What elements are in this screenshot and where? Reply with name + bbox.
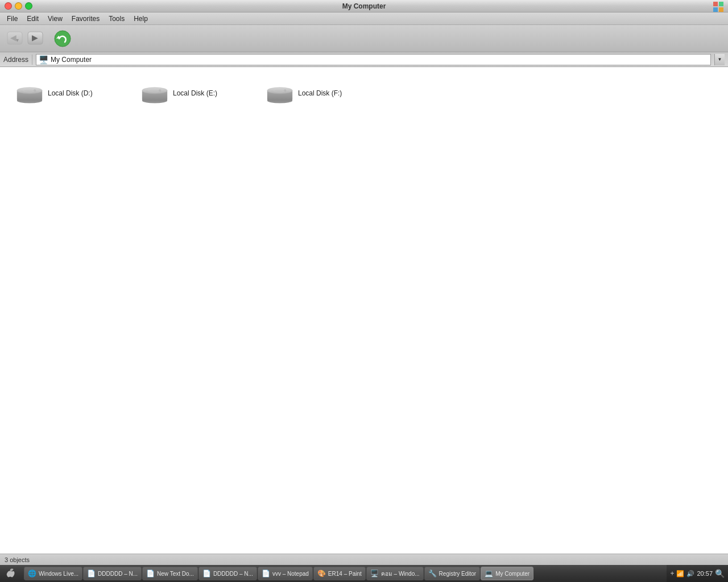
taskbar-label-registry-editor: Registry Editor [439,571,477,577]
svg-point-25 [284,90,286,92]
svg-rect-1 [719,2,723,6]
network-icon: 📶 [676,570,684,577]
taskbar-icon-registry-editor: 🔧 [428,569,437,577]
drive-label-d: Local Disk (D:) [48,89,93,97]
windows-logo-icon [713,2,723,14]
drive-label-e: Local Disk (E:) [173,89,217,97]
taskbar-label-com-windo: คอม – Windo... [381,569,420,578]
drive-item-f[interactable]: Local Disk (F:) [262,78,387,108]
menu-file[interactable]: File [2,14,22,24]
drive-icon-f [266,83,293,103]
svg-text:▾: ▾ [16,37,19,43]
taskbar-label-vvv-notepad: vvv – Notepad [272,571,309,577]
drives-grid: Local Disk (D:) Local Disk (E:) [0,67,728,554]
taskbar-label-dddddd-n2: DDDDDD – N... [213,571,253,577]
menu-favorites[interactable]: Favorites [67,14,104,24]
svg-point-23 [267,88,292,94]
window-title: My Computer [342,2,386,10]
taskbar-item-new-text-do[interactable]: 📄 New Text Do... [142,567,198,580]
drive-item-d[interactable]: Local Disk (D:) [11,78,136,108]
taskbar-icon-dddddd-n2: 📄 [202,569,211,577]
refresh-button[interactable] [53,30,72,48]
back-button[interactable]: ◀ ▾ [6,30,24,47]
taskbar-label-er14-paint: ER14 – Paint [328,571,362,577]
taskbar-icon-com-windo: 🖥️ [370,569,379,577]
address-content[interactable]: 🖥️ My Computer [36,54,711,65]
svg-rect-3 [719,7,723,12]
menu-edit[interactable]: Edit [22,14,43,24]
taskbar-item-com-windo[interactable]: 🖥️ คอม – Windo... [366,567,424,580]
taskbar-label-dddddd-n1: DDDDDD – N... [98,571,138,577]
search-icon[interactable]: 🔍 [715,569,725,578]
menu-help[interactable]: Help [129,14,152,24]
taskbar: 🌐 Windows Live... 📄 DDDDDD – N... 📄 New … [0,565,728,582]
drive-label-f: Local Disk (F:) [298,89,342,97]
address-label: Address [3,56,28,64]
taskbar-items: 🌐 Windows Live... 📄 DDDDDD – N... 📄 New … [23,565,667,582]
address-bar: Address 🖥️ My Computer ▼ [0,52,728,67]
address-separator [32,55,32,65]
minimize-button[interactable] [15,2,22,10]
menu-bar: File Edit View Favorites Tools Help [0,13,728,25]
content-area: Local Disk (D:) Local Disk (E:) [0,67,728,554]
svg-text:▶: ▶ [32,33,38,42]
menu-tools[interactable]: Tools [104,14,129,24]
taskbar-item-my-computer[interactable]: 💻 My Computer [481,567,533,580]
drive-icon-d [16,83,43,103]
taskbar-item-windows-live[interactable]: 🌐 Windows Live... [24,567,82,580]
toolbar: ◀ ▾ ▶ [0,25,728,52]
taskbar-label-windows-live: Windows Live... [39,571,78,577]
window-controls [5,2,32,10]
svg-rect-0 [713,2,718,6]
drive-item-e[interactable]: Local Disk (E:) [136,78,262,108]
close-button[interactable] [5,2,12,10]
svg-point-18 [142,88,167,94]
taskbar-icon-dddddd-n1: 📄 [87,569,96,577]
taskbar-plus[interactable]: + [670,569,674,577]
taskbar-icon-new-text-do: 📄 [146,569,155,577]
maximize-button[interactable] [25,2,32,10]
menu-view[interactable]: View [43,14,67,24]
address-dropdown[interactable]: ▼ [714,54,725,65]
svg-point-13 [17,88,42,94]
svg-point-15 [34,90,36,92]
svg-point-20 [159,90,161,92]
volume-icon: 🔊 [686,570,694,577]
taskbar-item-er14-paint[interactable]: 🎨 ER14 – Paint [313,567,366,580]
taskbar-icon-vvv-notepad: 📄 [262,569,270,577]
clock: 20:57 [697,570,713,577]
taskbar-item-vvv-notepad[interactable]: 📄 vvv – Notepad [258,567,313,580]
apple-menu[interactable] [0,565,23,582]
svg-rect-2 [713,7,718,12]
taskbar-item-registry-editor[interactable]: 🔧 Registry Editor [424,567,481,580]
title-bar: My Computer [0,0,728,13]
taskbar-right: + 📶 🔊 20:57 🔍 [667,565,728,582]
forward-button[interactable]: ▶ [26,30,44,47]
svg-point-9 [55,31,71,47]
taskbar-label-my-computer: My Computer [495,571,530,577]
taskbar-label-new-text-do: New Text Do... [157,571,194,577]
address-text: My Computer [51,56,708,64]
taskbar-icon-windows-live: 🌐 [28,569,36,577]
taskbar-item-dddddd-n1[interactable]: 📄 DDDDDD – N... [83,567,142,580]
status-bar: 3 objects [0,554,728,565]
address-computer-icon: 🖥️ [39,55,48,64]
status-text: 3 objects [5,556,30,563]
taskbar-icon-er14-paint: 🎨 [317,569,326,577]
taskbar-item-dddddd-n2[interactable]: 📄 DDDDDD – N... [198,567,257,580]
taskbar-icon-my-computer: 💻 [485,569,493,577]
drive-icon-e [141,83,168,103]
